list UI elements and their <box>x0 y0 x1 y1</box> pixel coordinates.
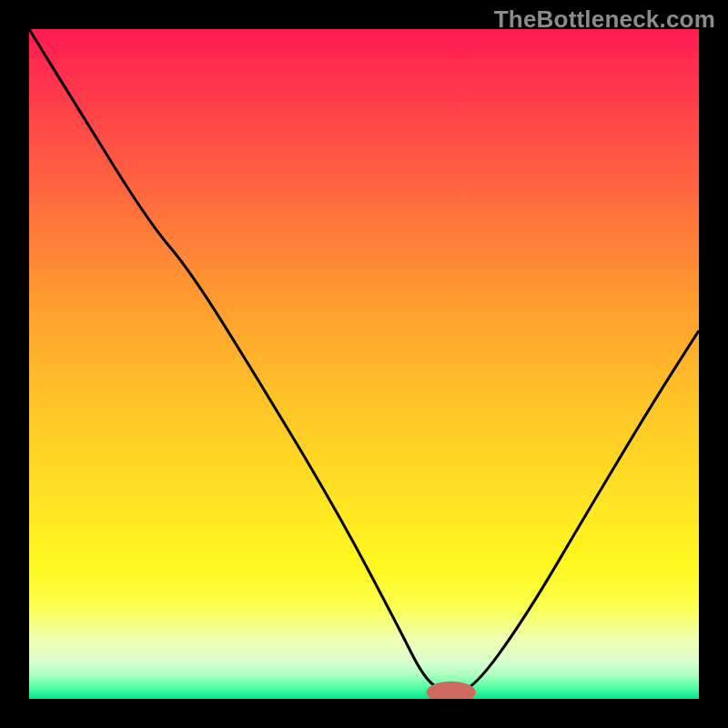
chart-frame: TheBottleneck.com <box>0 0 728 728</box>
plot-area <box>29 29 699 699</box>
bottleneck-chart <box>29 29 699 699</box>
gradient-background <box>29 29 699 699</box>
